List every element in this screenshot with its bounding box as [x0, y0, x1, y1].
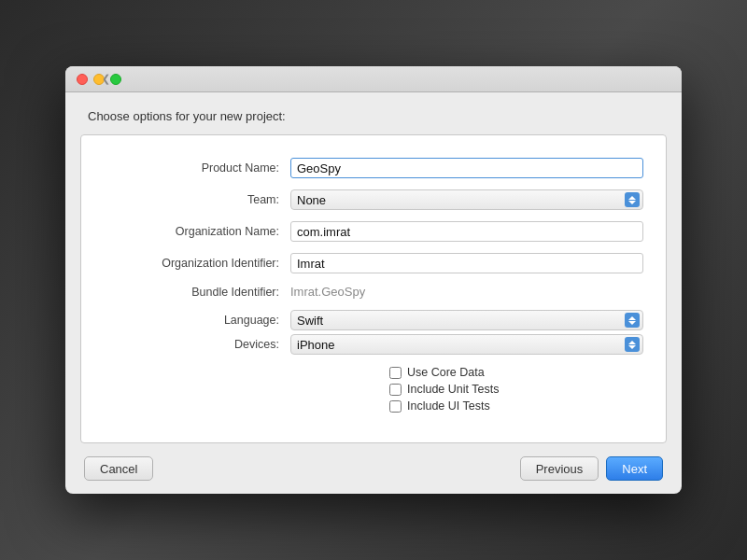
use-core-data-row: Use Core Data	[389, 366, 485, 379]
titlebar: ❮	[65, 66, 682, 92]
dialog-title: Choose options for your new project:	[88, 109, 286, 123]
include-ui-tests-row: Include UI Tests	[389, 399, 490, 413]
include-ui-tests-label[interactable]: Include UI Tests	[407, 399, 490, 413]
product-name-input[interactable]	[290, 158, 643, 178]
devices-select[interactable]: iPhone	[290, 334, 643, 355]
product-name-row: Product Name:	[81, 158, 666, 178]
team-row: Team: None	[81, 189, 666, 210]
org-id-label: Organization Identifier:	[104, 257, 290, 270]
use-core-data-label[interactable]: Use Core Data	[407, 366, 485, 379]
previous-button[interactable]: Previous	[520, 456, 599, 481]
team-select[interactable]: None	[290, 189, 643, 210]
include-ui-tests-checkbox[interactable]	[389, 400, 402, 413]
use-core-data-checkbox[interactable]	[389, 367, 402, 379]
devices-label: Devices:	[104, 338, 290, 351]
product-name-label: Product Name:	[104, 161, 290, 175]
next-button[interactable]: Next	[606, 456, 663, 481]
dialog-footer: Cancel Previous Next	[65, 443, 682, 494]
org-id-input[interactable]	[290, 253, 643, 273]
back-chevron-icon[interactable]: ❮	[99, 73, 112, 86]
bundle-id-value: Imrat.GeoSpy	[290, 285, 643, 299]
dialog-window: ❮ Choose options for your new project: P…	[65, 66, 682, 494]
bundle-id-label: Bundle Identifier:	[104, 286, 290, 299]
team-label: Team:	[104, 193, 290, 206]
language-select[interactable]: Swift	[290, 310, 643, 330]
cancel-button[interactable]: Cancel	[84, 456, 153, 481]
footer-right-buttons: Previous Next	[520, 456, 663, 481]
close-button[interactable]	[77, 74, 88, 85]
team-select-wrapper: None	[290, 189, 643, 210]
devices-row: Devices: iPhone	[81, 334, 666, 355]
language-label: Language:	[104, 314, 290, 327]
checkbox-group: Use Core Data Include Unit Tests Include…	[81, 366, 666, 413]
language-row: Language: Swift	[81, 310, 666, 330]
bundle-id-row: Bundle Identifier: Imrat.GeoSpy	[81, 285, 666, 299]
include-unit-tests-checkbox[interactable]	[389, 384, 402, 396]
language-select-wrapper: Swift	[290, 310, 643, 330]
dialog-header: Choose options for your new project:	[65, 92, 682, 134]
org-name-label: Organization Name:	[104, 225, 290, 238]
include-unit-tests-row: Include Unit Tests	[389, 383, 499, 396]
org-id-row: Organization Identifier:	[81, 253, 666, 273]
include-unit-tests-label[interactable]: Include Unit Tests	[407, 383, 499, 396]
devices-select-wrapper: iPhone	[290, 334, 643, 355]
org-name-input[interactable]	[290, 221, 643, 242]
org-name-row: Organization Name:	[81, 221, 666, 242]
form-panel: Product Name: Team: None Organization Na…	[80, 134, 667, 443]
